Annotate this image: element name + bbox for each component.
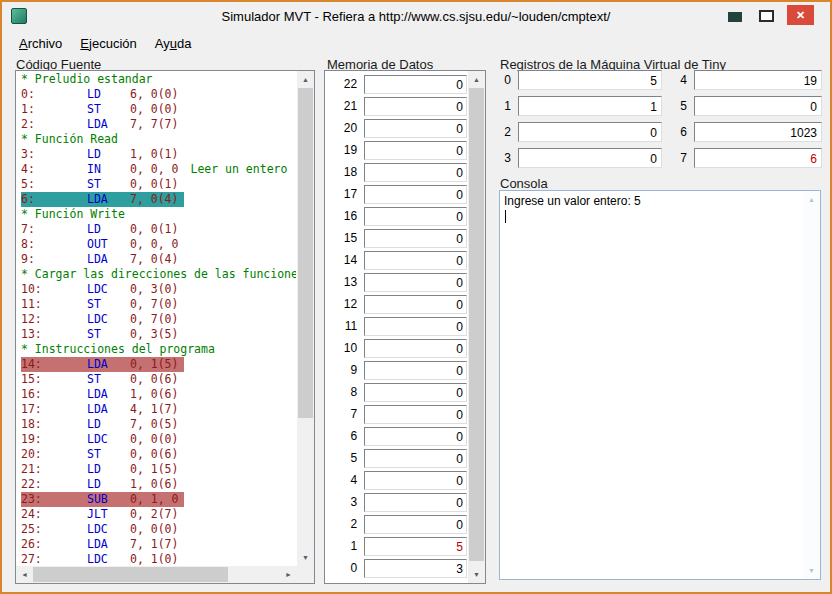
source-vscroll-thumb[interactable]: [298, 88, 313, 418]
memory-value: 5: [364, 537, 467, 556]
comment-text: * Función Write: [21, 207, 125, 221]
close-button[interactable]: ✕: [787, 5, 814, 25]
operands: 0, 0(0): [130, 102, 178, 116]
source-code-listbox[interactable]: * Preludio estandar0:LD6, 0(0)1:ST0, 0(0…: [15, 70, 315, 584]
source-line[interactable]: 19:LDC0, 0(0): [17, 432, 296, 447]
menu-item-ejecucion[interactable]: Ejecución: [71, 32, 145, 55]
memory-listbox[interactable]: 2202102001901801701601501401301201101009…: [324, 70, 486, 584]
register-value[interactable]: 1023: [694, 122, 822, 142]
source-line[interactable]: 13:ST0, 3(5): [17, 327, 296, 342]
source-line[interactable]: 1:ST0, 0(0): [17, 102, 296, 117]
memory-row[interactable]: 90: [326, 359, 467, 381]
source-line[interactable]: * Cargar las direcciones de las funcione: [17, 267, 296, 282]
source-line[interactable]: 7:LD0, 0(1): [17, 222, 296, 237]
memory-row[interactable]: 120: [326, 293, 467, 315]
source-vertical-scrollbar[interactable]: ▲ ▼: [297, 71, 314, 566]
memory-row[interactable]: 140: [326, 249, 467, 271]
titlebar[interactable]: Simulador MVT - Refiera a http://www.cs.…: [2, 2, 830, 30]
source-line[interactable]: 12:LDC0, 7(0): [17, 312, 296, 327]
menu-item-ayuda[interactable]: Ayuda: [146, 32, 201, 55]
source-line[interactable]: 2:LDA7, 7(7): [17, 117, 296, 132]
source-line[interactable]: 0:LD6, 0(0): [17, 87, 296, 102]
console-textbox[interactable]: Ingrese un valor entero: 5 ▲ ▼: [499, 190, 821, 580]
source-line[interactable]: 3:LD1, 0(1): [17, 147, 296, 162]
memory-row[interactable]: 110: [326, 315, 467, 337]
source-line[interactable]: 14:LDA0, 1(5): [17, 357, 296, 372]
register-value[interactable]: 5: [518, 70, 662, 90]
memory-row[interactable]: 200: [326, 117, 467, 139]
source-line[interactable]: 6:LDA7, 0(4): [17, 192, 296, 207]
source-line[interactable]: 11:ST0, 7(0): [17, 297, 296, 312]
source-hscroll-thumb[interactable]: [33, 567, 228, 582]
menu-bar: ArchivoEjecuciónAyuda: [2, 30, 830, 56]
source-line[interactable]: 22:LD1, 0(6): [17, 477, 296, 492]
memory-row[interactable]: 210: [326, 95, 467, 117]
source-line[interactable]: * Función Write: [17, 207, 296, 222]
memory-row[interactable]: 170: [326, 183, 467, 205]
memory-row[interactable]: 60: [326, 425, 467, 447]
scroll-up-arrow-icon[interactable]: ▲: [803, 191, 820, 208]
memory-row[interactable]: 30: [326, 491, 467, 513]
source-line[interactable]: 5:ST0, 0(1): [17, 177, 296, 192]
memory-vertical-scrollbar[interactable]: ▲ ▼: [468, 71, 485, 583]
source-horizontal-scrollbar[interactable]: ◄ ►: [16, 566, 297, 583]
source-line[interactable]: 21:LD0, 1(5): [17, 462, 296, 477]
line-address: 25:: [21, 522, 87, 537]
scroll-up-arrow-icon[interactable]: ▲: [297, 71, 314, 88]
scroll-down-arrow-icon[interactable]: ▼: [297, 549, 314, 566]
source-line[interactable]: 17:LDA4, 1(7): [17, 402, 296, 417]
register-value[interactable]: 0: [518, 122, 662, 142]
line-address: 1:: [21, 102, 87, 117]
source-line[interactable]: 16:LDA1, 0(6): [17, 387, 296, 402]
memory-row[interactable]: 180: [326, 161, 467, 183]
instruction: 20:ST0, 0(6): [21, 447, 178, 462]
source-line[interactable]: * Instrucciones del programa: [17, 342, 296, 357]
source-line[interactable]: 23:SUB0, 1, 0: [17, 492, 296, 507]
register-value[interactable]: 0: [518, 148, 662, 168]
register-value[interactable]: 19: [694, 70, 822, 90]
source-line[interactable]: 25:LDC0, 0(0): [17, 522, 296, 537]
maximize-button[interactable]: [759, 10, 774, 22]
menu-item-archivo[interactable]: Archivo: [10, 32, 71, 55]
memory-row[interactable]: 15: [326, 535, 467, 557]
source-line[interactable]: 8:OUT0, 0, 0: [17, 237, 296, 252]
memory-row[interactable]: 130: [326, 271, 467, 293]
opcode: ST: [87, 177, 130, 192]
source-line[interactable]: 24:JLT0, 2(7): [17, 507, 296, 522]
memory-row[interactable]: 20: [326, 513, 467, 535]
memory-row[interactable]: 70: [326, 403, 467, 425]
register-value[interactable]: 6: [694, 148, 822, 168]
minimize-button[interactable]: [728, 12, 742, 22]
source-line[interactable]: 9:LDA7, 0(4): [17, 252, 296, 267]
memory-row[interactable]: 50: [326, 447, 467, 469]
source-line[interactable]: 4:IN0, 0, 0Leer un entero: [17, 162, 296, 177]
memory-address: 17: [332, 187, 357, 201]
source-line[interactable]: 27:LDC0, 1(0): [17, 552, 296, 565]
opcode: JLT: [87, 507, 130, 522]
register-value[interactable]: 0: [694, 96, 822, 116]
source-line[interactable]: 20:ST0, 0(6): [17, 447, 296, 462]
memory-row[interactable]: 190: [326, 139, 467, 161]
memory-value: 0: [364, 339, 467, 358]
source-line[interactable]: 18:LD7, 0(5): [17, 417, 296, 432]
scroll-right-arrow-icon[interactable]: ►: [280, 566, 297, 583]
register-value[interactable]: 1: [518, 96, 662, 116]
memory-vscroll-thumb[interactable]: [469, 88, 484, 561]
source-line[interactable]: * Función Read: [17, 132, 296, 147]
source-line[interactable]: 15:ST0, 0(6): [17, 372, 296, 387]
source-line[interactable]: * Preludio estandar: [17, 72, 296, 87]
scroll-down-arrow-icon[interactable]: ▼: [803, 562, 820, 579]
memory-row[interactable]: 40: [326, 469, 467, 491]
memory-row[interactable]: 100: [326, 337, 467, 359]
scroll-down-arrow-icon[interactable]: ▼: [468, 566, 485, 583]
console-vertical-scrollbar[interactable]: ▲ ▼: [803, 191, 820, 579]
source-line[interactable]: 26:LDA7, 1(7): [17, 537, 296, 552]
memory-row[interactable]: 150: [326, 227, 467, 249]
memory-row[interactable]: 220: [326, 73, 467, 95]
source-line[interactable]: 10:LDC0, 3(0): [17, 282, 296, 297]
memory-row[interactable]: 160: [326, 205, 467, 227]
memory-row[interactable]: 03: [326, 557, 467, 579]
scroll-up-arrow-icon[interactable]: ▲: [468, 71, 485, 88]
memory-row[interactable]: 80: [326, 381, 467, 403]
scroll-left-arrow-icon[interactable]: ◄: [16, 566, 33, 583]
